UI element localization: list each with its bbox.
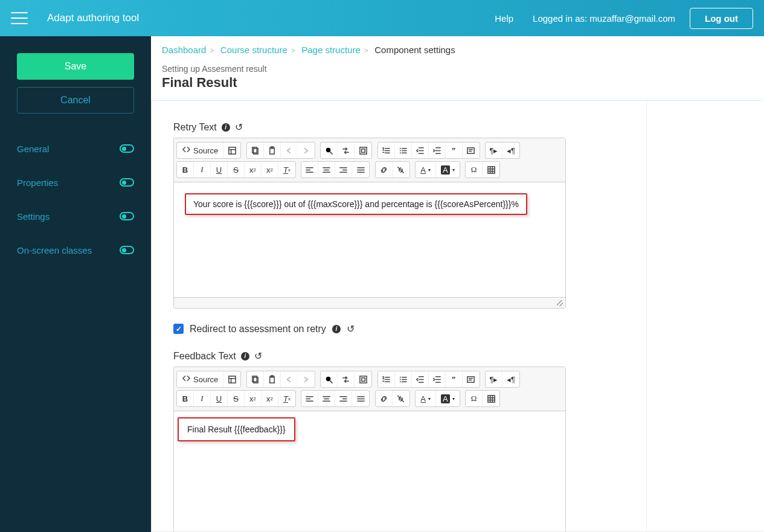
undo-icon[interactable] [281,143,298,158]
strike-icon[interactable]: S [228,391,245,406]
help-link[interactable]: Help [495,13,513,24]
settings-panel: Retry Text i ↺ Source [151,100,764,532]
align-right-icon[interactable] [335,162,352,178]
find-icon[interactable] [321,143,338,158]
source-button[interactable]: Source [177,371,223,387]
align-center-icon[interactable] [318,391,335,406]
outdent-icon[interactable] [412,143,429,158]
codeblock-icon[interactable] [463,371,480,387]
replace-icon[interactable] [338,143,355,158]
rtl-icon[interactable]: ◂¶ [502,371,519,387]
textcolor-icon[interactable]: A▾ [416,162,436,178]
editor-body-retry[interactable]: Your score is {{{score}}} out of {{{maxS… [174,182,565,297]
sidebar-item-properties[interactable]: Properties [17,165,134,199]
breadcrumb-link[interactable]: Course structure [220,45,287,55]
link-icon[interactable] [376,391,393,406]
bold-icon[interactable]: B [177,391,194,406]
align-justify-icon[interactable] [352,391,369,406]
blockquote-icon[interactable]: ” [446,371,463,387]
specialchar-icon[interactable]: Ω [466,391,483,406]
editor-toolbar: Source [174,367,565,411]
indent-icon[interactable] [429,143,446,158]
editor-body-feedback[interactable]: Final Result {{{feedback}}} [174,411,565,532]
link-icon[interactable] [376,162,393,178]
toggle-icon [120,246,134,254]
table-icon[interactable] [483,391,499,406]
textcolor-icon[interactable]: A▾ [416,391,436,406]
rtl-icon[interactable]: ◂¶ [502,143,519,158]
unlink-icon[interactable] [393,391,409,406]
logout-button[interactable]: Log out [690,8,753,29]
undo-icon[interactable] [281,371,298,387]
logged-in-as: Logged in as: muzaffar@gmail.com [533,13,675,24]
subscript-icon[interactable]: x2 [245,162,262,178]
sidebar-item-on-screen-classes[interactable]: On-screen classes [17,233,134,267]
templates-icon[interactable] [223,143,240,158]
superscript-icon[interactable]: x2 [262,162,278,178]
source-button[interactable]: Source [177,143,223,158]
ltr-icon[interactable]: ¶▸ [486,143,502,158]
underline-icon[interactable]: U [211,391,228,406]
bold-icon[interactable]: B [177,162,194,178]
breadcrumb-link[interactable]: Dashboard [162,45,206,55]
ltr-icon[interactable]: ¶▸ [486,371,502,387]
align-left-icon[interactable] [301,391,318,406]
reset-icon[interactable]: ↺ [347,323,355,335]
resize-handle[interactable] [174,297,565,308]
indent-icon[interactable] [429,371,446,387]
info-icon[interactable]: i [332,325,341,333]
italic-icon[interactable]: I [194,391,211,406]
align-justify-icon[interactable] [352,162,369,178]
specialchar-icon[interactable]: Ω [466,162,483,178]
svg-rect-10 [361,149,365,152]
table-icon[interactable] [483,162,499,178]
redo-icon[interactable] [298,143,315,158]
app-name: Adapt authoring tool [47,12,139,24]
bgcolor-icon[interactable]: A▾ [436,391,460,406]
outdent-icon[interactable] [412,371,429,387]
italic-icon[interactable]: I [194,162,211,178]
paste-icon[interactable] [264,143,281,158]
replace-icon[interactable] [338,371,355,387]
bulleted-list-icon[interactable] [395,143,412,158]
underline-icon[interactable]: U [211,162,228,178]
subscript-icon[interactable]: x2 [245,391,262,406]
bgcolor-icon[interactable]: A▾ [436,162,460,178]
unlink-icon[interactable] [393,162,409,178]
align-center-icon[interactable] [318,162,335,178]
cancel-button[interactable]: Cancel [17,87,134,114]
editor-toolbar: Source [174,138,565,182]
selectall-icon[interactable] [355,371,371,387]
align-left-icon[interactable] [301,162,318,178]
sidebar-item-settings[interactable]: Settings [17,199,134,233]
removeformat-icon[interactable]: Tx [278,162,295,178]
reset-icon[interactable]: ↺ [254,350,262,362]
svg-rect-26 [467,147,474,153]
strike-icon[interactable]: S [228,162,245,178]
breadcrumb-link[interactable]: Page structure [301,45,361,55]
copy-icon[interactable] [247,371,264,387]
copy-icon[interactable] [247,143,264,158]
find-icon[interactable] [321,371,338,387]
removeformat-icon[interactable]: Tx [278,391,295,406]
numbered-list-icon[interactable] [378,371,395,387]
info-icon[interactable]: i [241,352,249,361]
redirect-checkbox[interactable]: ✓ [173,324,184,334]
hamburger-icon[interactable] [11,12,28,24]
numbered-list-icon[interactable] [378,143,395,158]
field-label-retry: Retry Text i ↺ [173,121,742,133]
svg-rect-9 [359,147,366,153]
reset-icon[interactable]: ↺ [235,121,243,133]
info-icon[interactable]: i [222,123,230,132]
selectall-icon[interactable] [355,143,371,158]
bulleted-list-icon[interactable] [395,371,412,387]
blockquote-icon[interactable]: ” [446,143,463,158]
sidebar-item-general[interactable]: General [17,132,134,165]
superscript-icon[interactable]: x2 [262,391,278,406]
redo-icon[interactable] [298,371,315,387]
save-button[interactable]: Save [17,53,134,80]
paste-icon[interactable] [264,371,281,387]
codeblock-icon[interactable] [463,143,480,158]
align-right-icon[interactable] [335,391,352,406]
templates-icon[interactable] [223,371,240,387]
